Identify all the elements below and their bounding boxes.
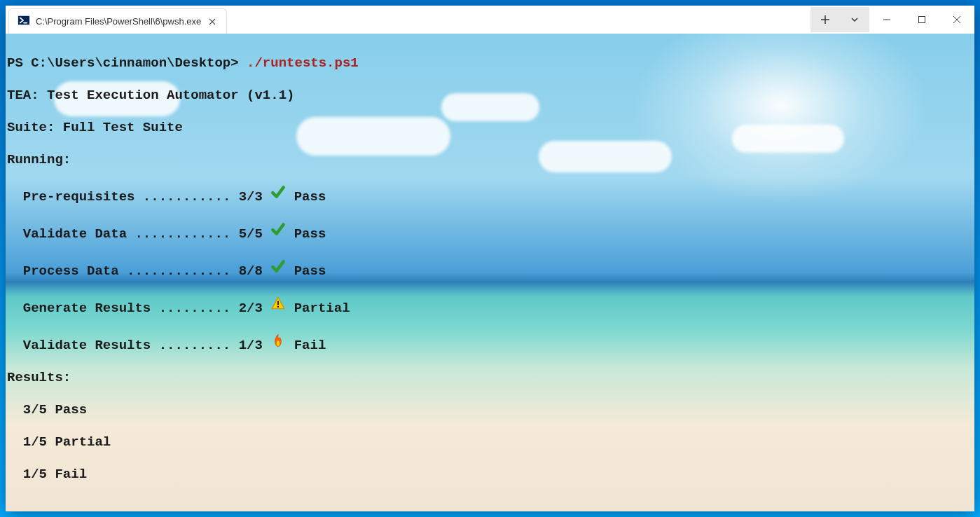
app-header: TEA: Test Execution Automator (v1.1) (7, 88, 973, 104)
prompt: PS C:\Users\cinnamon\Desktop> (7, 55, 239, 71)
checkmark-icon (270, 184, 286, 205)
warning-icon (270, 296, 286, 316)
tab-active[interactable]: C:\Program Files\PowerShell\6\pwsh.exe (8, 8, 227, 34)
svg-point-5 (277, 306, 279, 308)
dropdown-button[interactable] (840, 7, 869, 32)
powershell-icon (18, 14, 30, 29)
result-row: 3/5 Pass (7, 402, 973, 418)
new-tab-button[interactable] (810, 7, 840, 32)
tab-close-button[interactable] (207, 16, 218, 27)
test-row: Pre-requisites ........... 3/3 Pass (7, 184, 973, 205)
running-label: Running: (7, 152, 973, 168)
fire-icon (270, 333, 286, 353)
svg-rect-3 (919, 17, 925, 23)
minimize-button[interactable] (869, 7, 904, 32)
terminal-output: PS C:\Users\cinnamon\Desktop> ./runtests… (6, 34, 974, 511)
tab-controls (810, 7, 869, 32)
maximize-button[interactable] (904, 7, 939, 32)
results-label: Results: (7, 370, 973, 386)
terminal-body[interactable]: PS C:\Users\cinnamon\Desktop> ./runtests… (6, 34, 974, 511)
result-row: 1/5 Partial (7, 434, 973, 450)
checkmark-icon (270, 258, 286, 279)
test-row: Validate Data ............ 5/5 Pass (7, 221, 973, 242)
suite-line: Suite: Full Test Suite (7, 120, 973, 136)
tab-title: C:\Program Files\PowerShell\6\pwsh.exe (36, 16, 201, 27)
titlebar: C:\Program Files\PowerShell\6\pwsh.exe (6, 6, 974, 34)
test-row: Generate Results ......... 2/3 Partial (7, 296, 973, 317)
checkmark-icon (270, 221, 286, 242)
close-button[interactable] (939, 7, 974, 32)
result-row: 1/5 Fail (7, 467, 973, 483)
test-row: Validate Results ......... 1/3 Fail (7, 333, 973, 354)
window-controls (869, 7, 974, 32)
command-text: ./runtests.ps1 (247, 55, 359, 71)
test-row: Process Data ............. 8/8 Pass (7, 258, 973, 280)
terminal-window: C:\Program Files\PowerShell\6\pwsh.exe (6, 6, 974, 511)
